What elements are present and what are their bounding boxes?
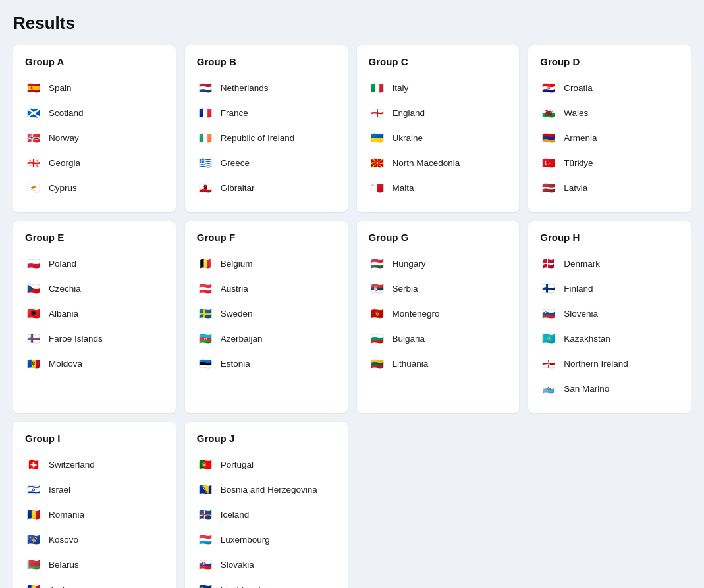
group-card-group-e: Group E🇵🇱Poland🇨🇿Czechia🇦🇱Albania🇫🇴Faroe… bbox=[13, 221, 176, 413]
country-name: Andorra bbox=[49, 585, 80, 589]
country-flag: 🇰🇿 bbox=[540, 330, 557, 347]
country-item: 🇹🇷Türkiye bbox=[540, 150, 679, 175]
group-card-group-g: Group G🇭🇺Hungary🇷🇸Serbia🇲🇪Montenegro🇧🇬Bu… bbox=[357, 221, 520, 413]
country-name: Portugal bbox=[221, 460, 254, 469]
country-flag: 🇮🇸 bbox=[197, 506, 214, 523]
country-flag: 🇳🇴 bbox=[25, 129, 42, 146]
country-flag: 🇧🇦 bbox=[197, 481, 214, 498]
country-flag: 🇮🇱 bbox=[25, 481, 42, 498]
country-flag: 🇸🇮 bbox=[540, 305, 557, 322]
country-item: 🇫🇮Finland bbox=[540, 276, 679, 301]
country-name: Kosovo bbox=[49, 535, 78, 545]
country-flag: 🇮🇪 bbox=[197, 129, 214, 146]
country-name: Italy bbox=[393, 83, 409, 93]
country-name: Scotland bbox=[49, 108, 84, 118]
country-item: 🇧🇬Bulgaria bbox=[369, 326, 508, 351]
country-flag: 🇲🇩 bbox=[25, 355, 42, 372]
country-item: 🇧🇾Belarus bbox=[25, 552, 164, 577]
country-flag: 🇹🇷 bbox=[540, 154, 557, 171]
country-item: 🇵🇱Poland bbox=[25, 251, 164, 276]
country-flag: 🏴󠁧󠁢󠁮󠁩󠁲󠁿 bbox=[540, 355, 557, 372]
country-name: Montenegro bbox=[393, 309, 440, 319]
country-name: Slovenia bbox=[564, 309, 598, 319]
country-name: Bulgaria bbox=[393, 334, 425, 344]
country-item: 🇱🇺Luxembourg bbox=[197, 527, 336, 552]
country-name: Armenia bbox=[564, 133, 597, 143]
country-flag: 🇵🇹 bbox=[197, 456, 214, 473]
country-item: 🇭🇺Hungary bbox=[369, 251, 508, 276]
country-flag: 🇦🇿 bbox=[197, 330, 214, 347]
country-item: 🇸🇪Sweden bbox=[197, 301, 336, 326]
country-flag: 🇩🇰 bbox=[540, 255, 557, 272]
country-item: 🇽🇰Kosovo bbox=[25, 527, 164, 552]
country-name: Faroe Islands bbox=[49, 334, 103, 344]
country-item: 🇸🇮Slovenia bbox=[540, 301, 679, 326]
country-item: 🇮🇪Republic of Ireland bbox=[197, 125, 336, 150]
group-card-group-d: Group D🇭🇷Croatia🏴󠁧󠁢󠁷󠁬󠁳󠁿Wales🇦🇲Armenia🇹🇷T… bbox=[528, 45, 691, 212]
country-item: 🇷🇸Serbia bbox=[369, 276, 508, 301]
country-flag: 🇧🇪 bbox=[197, 255, 214, 272]
country-item: 🏴󠁧󠁢󠁷󠁬󠁳󠁿Wales bbox=[540, 100, 679, 125]
group-title-group-h: Group H bbox=[540, 232, 679, 243]
country-name: Latvia bbox=[564, 183, 587, 193]
country-item: 🇫🇴Faroe Islands bbox=[25, 326, 164, 351]
country-name: Czechia bbox=[49, 284, 81, 294]
country-flag: 🇲🇪 bbox=[369, 305, 386, 322]
country-flag: 🇬🇪 bbox=[25, 154, 42, 171]
country-flag: 🇷🇴 bbox=[25, 506, 42, 523]
group-card-group-b: Group B🇳🇱Netherlands🇫🇷France🇮🇪Republic o… bbox=[185, 45, 348, 212]
groups-grid: Group A🇪🇸Spain🏴󠁧󠁢󠁳󠁣󠁴󠁿Scotland🇳🇴Norway🇬🇪G… bbox=[13, 45, 691, 588]
group-title-group-j: Group J bbox=[197, 433, 336, 444]
country-item: 🇦🇿Azerbaijan bbox=[197, 326, 336, 351]
country-item: 🇬🇮Gibraltar bbox=[197, 175, 336, 200]
country-flag: 🇱🇮 bbox=[197, 581, 214, 588]
group-title-group-d: Group D bbox=[540, 56, 679, 67]
country-item: 🇮🇹Italy bbox=[369, 75, 508, 100]
country-name: Norway bbox=[49, 133, 79, 143]
country-name: Georgia bbox=[49, 158, 80, 168]
country-item: 🇱🇹Lithuania bbox=[369, 351, 508, 376]
country-name: Croatia bbox=[564, 83, 593, 93]
country-name: Hungary bbox=[393, 259, 426, 269]
country-flag: 🇦🇹 bbox=[197, 280, 214, 297]
country-flag: 🏴󠁧󠁢󠁷󠁬󠁳󠁿 bbox=[540, 104, 557, 121]
country-name: Switzerland bbox=[49, 460, 95, 469]
group-title-group-c: Group C bbox=[369, 56, 508, 67]
country-item: 🇬🇪Georgia bbox=[25, 150, 164, 175]
country-name: Israel bbox=[49, 485, 70, 494]
country-item: 🇦🇲Armenia bbox=[540, 125, 679, 150]
country-name: Azerbaijan bbox=[221, 334, 263, 344]
country-name: Sweden bbox=[221, 309, 253, 319]
country-name: Austria bbox=[221, 284, 248, 294]
country-name: Finland bbox=[564, 284, 593, 294]
country-name: Moldova bbox=[49, 359, 82, 369]
country-item: 🇨🇭Switzerland bbox=[25, 452, 164, 477]
bottom-row: Group I🇨🇭Switzerland🇮🇱Israel🇷🇴Romania🇽🇰K… bbox=[13, 422, 691, 588]
country-name: San Marino bbox=[564, 384, 609, 394]
country-item: 🇧🇦Bosnia and Herzegovina bbox=[197, 477, 336, 502]
group-title-group-i: Group I bbox=[25, 433, 164, 444]
country-flag: 🇦🇱 bbox=[25, 305, 42, 322]
country-item: 🇭🇷Croatia bbox=[540, 75, 679, 100]
country-flag: 🏴󠁧󠁢󠁥󠁮󠁧󠁿 bbox=[369, 104, 386, 121]
country-flag: 🇲🇹 bbox=[369, 179, 386, 196]
country-name: Bosnia and Herzegovina bbox=[221, 485, 317, 494]
country-item: 🇳🇴Norway bbox=[25, 125, 164, 150]
country-flag: 🇸🇪 bbox=[197, 305, 214, 322]
country-name: Netherlands bbox=[221, 83, 269, 93]
country-flag: 🇨🇾 bbox=[25, 179, 42, 196]
country-name: Iceland bbox=[221, 510, 250, 520]
country-name: Liechtenstein bbox=[221, 585, 273, 589]
country-item: 🇦🇱Albania bbox=[25, 301, 164, 326]
country-item: 🇸🇲San Marino bbox=[540, 376, 679, 401]
country-name: Türkiye bbox=[564, 158, 593, 168]
country-item: 🇳🇱Netherlands bbox=[197, 75, 336, 100]
country-flag: 🇫🇮 bbox=[540, 280, 557, 297]
country-name: Romania bbox=[49, 510, 84, 520]
country-flag: 🇳🇱 bbox=[197, 79, 214, 96]
group-title-group-e: Group E bbox=[25, 232, 164, 243]
country-name: Malta bbox=[393, 183, 414, 193]
country-flag: 🇵🇱 bbox=[25, 255, 42, 272]
country-item: 🇪🇪Estonia bbox=[197, 351, 336, 376]
group-card-group-f: Group F🇧🇪Belgium🇦🇹Austria🇸🇪Sweden🇦🇿Azerb… bbox=[185, 221, 348, 413]
